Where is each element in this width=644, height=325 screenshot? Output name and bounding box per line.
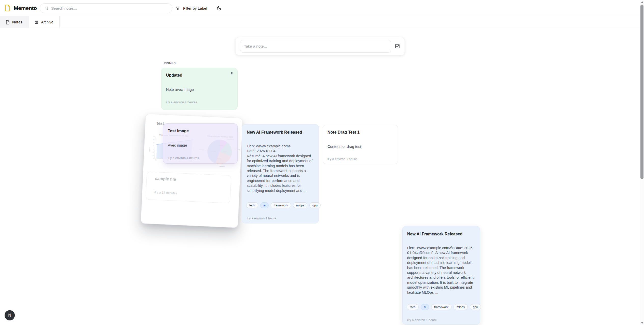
note-body: Avec image <box>168 143 233 148</box>
search-input[interactable] <box>51 6 172 10</box>
tab-notes[interactable]: Notes <box>0 16 29 28</box>
moon-icon <box>217 6 222 11</box>
vertical-scrollbar <box>640 0 644 325</box>
tag-ai[interactable]: ai <box>421 304 429 310</box>
note-card-drag-test-1[interactable]: Note Drag Test 1 Content for drag test i… <box>323 125 398 164</box>
note-timestamp: il y a environ 4 heures <box>166 101 197 104</box>
magnifier-icon <box>44 6 49 10</box>
tag-framework[interactable]: framework <box>431 304 451 310</box>
tab-notes-label: Notes <box>12 20 22 24</box>
tag-mlops[interactable]: mlops <box>293 202 307 208</box>
note-body: Note avec image <box>166 87 233 92</box>
filter-by-label-text: Filter by Label <box>183 6 207 10</box>
app-logo: Memento <box>5 5 37 11</box>
scrollbar-thumb[interactable] <box>640 5 643 179</box>
note-timestamp: il y a environ 1 heure <box>247 217 276 220</box>
search-bar <box>40 3 172 13</box>
note-file-icon <box>6 20 10 24</box>
note-timestamp: il y a 17 minutes <box>154 190 177 195</box>
tag-framework[interactable]: framework <box>271 202 291 208</box>
note-body: Content for drag test <box>327 144 394 149</box>
pin-icon <box>230 72 234 76</box>
note-timestamp: il y a environ 1 heure <box>407 318 437 322</box>
note-title: sample file <box>155 176 176 182</box>
tab-archive[interactable]: Archive <box>29 16 59 28</box>
note-title: Test Image <box>168 129 227 133</box>
svg-text:20: 20 <box>153 151 154 153</box>
note-title: Note Drag Test 1 <box>327 130 388 135</box>
line-chart-yticks: 010203040506070 <box>152 136 155 159</box>
pinned-section-label: PINNED <box>164 62 176 65</box>
tag-ai[interactable]: ai <box>260 202 269 208</box>
app-title: Memento <box>14 5 37 11</box>
archive-box-icon <box>34 20 38 24</box>
tag-tech[interactable]: tech <box>407 304 419 310</box>
note-title: Updated <box>166 73 227 78</box>
tag-gpu[interactable]: gpu <box>309 202 321 208</box>
tab-archive-label: Archive <box>41 20 53 24</box>
svg-text:70: 70 <box>153 136 155 137</box>
document-icon <box>5 5 10 11</box>
tag-list: tech ai framework mlops gpu <box>246 202 321 208</box>
svg-text:0: 0 <box>153 158 154 159</box>
note-composer <box>235 37 405 55</box>
note-body: Lien: <www.example.com> Date: 2026-01-04… <box>247 144 314 193</box>
theme-toggle-button[interactable] <box>214 3 224 13</box>
note-timestamp: il y a environ 4 heures <box>168 156 199 160</box>
filter-by-label-button[interactable]: Filter by Label <box>173 3 210 13</box>
tag-tech[interactable]: tech <box>246 202 258 208</box>
avatar-initial: N <box>8 313 11 318</box>
note-card-test-image[interactable]: Test Image Avec image il y a environ 4 h… <box>163 123 238 164</box>
dragged-note-sample-file: sample file il y a 17 minutes <box>146 172 231 203</box>
svg-text:Q1: Q1 <box>155 159 157 161</box>
user-avatar[interactable]: N <box>5 310 15 320</box>
svg-text:10: 10 <box>152 154 154 156</box>
note-title: New AI Framework Released <box>247 130 308 135</box>
tab-bar: Notes Archive <box>0 16 644 28</box>
header: Memento Filter by Label <box>0 0 644 16</box>
scroll-down-arrow[interactable] <box>641 322 643 324</box>
note-body: Lien: <www.example.com>\nDate: 2026-01-0… <box>407 246 476 295</box>
checkbox-icon <box>395 44 400 49</box>
note-title: New AI Framework Released <box>407 232 470 236</box>
pie-label-services: Services <box>219 165 225 167</box>
svg-text:30: 30 <box>153 148 154 150</box>
memento-app: Memento Filter by Label <box>0 0 644 325</box>
scroll-up-arrow[interactable] <box>641 1 643 3</box>
note-card-ai-framework[interactable]: New AI Framework Released Lien: <www.exa… <box>242 124 319 223</box>
new-checklist-button[interactable] <box>395 44 400 49</box>
svg-text:60: 60 <box>153 139 155 140</box>
funnel-icon <box>176 6 180 10</box>
tag-gpu[interactable]: gpu <box>470 304 481 310</box>
take-a-note-input[interactable] <box>240 40 391 53</box>
line-chart-ylabel: CA (M€) <box>149 147 150 152</box>
note-card-ai-framework-drag-preview[interactable]: New AI Framework Released Lien: <www.exa… <box>402 226 480 324</box>
dragged-note-title: test <box>157 121 164 126</box>
svg-text:40: 40 <box>153 145 154 147</box>
note-card-updated[interactable]: Updated Note avec image il y a environ 4… <box>161 68 238 110</box>
svg-text:50: 50 <box>153 142 155 144</box>
tag-list: tech ai framework mlops gpu <box>407 304 481 310</box>
note-timestamp: il y a environ 1 heure <box>327 157 357 161</box>
tag-mlops[interactable]: mlops <box>454 304 468 310</box>
unpin-button[interactable] <box>230 72 234 76</box>
